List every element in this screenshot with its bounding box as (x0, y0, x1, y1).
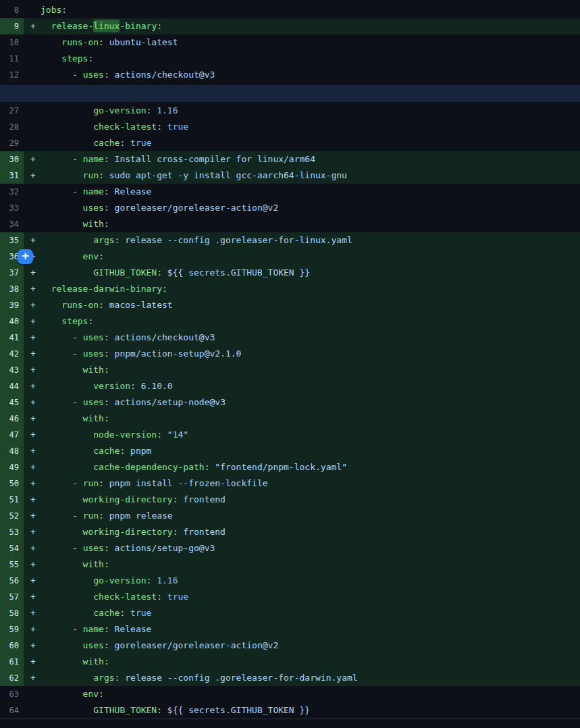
line-number[interactable]: 49 (0, 459, 24, 475)
line-number[interactable]: 30 (0, 151, 24, 167)
line-number[interactable]: 55 (0, 556, 24, 573)
code-token: : (104, 559, 109, 569)
line-number[interactable]: 56 (0, 573, 24, 589)
line-number[interactable]: 37 (0, 265, 24, 281)
line-number[interactable]: 29 (0, 135, 24, 151)
line-number[interactable]: 42 (0, 346, 24, 362)
code-token: uses (83, 397, 104, 407)
line-number[interactable]: 40 (0, 313, 24, 330)
code-token: cache (41, 138, 120, 148)
code-token: true (125, 138, 151, 148)
code-token: actions/setup-node@v3 (109, 397, 226, 407)
diff-marker: + (24, 475, 41, 492)
diff-line-62: 62+ args: release --config .goreleaser-f… (0, 670, 580, 686)
line-number[interactable]: 10 (0, 34, 24, 51)
line-number[interactable]: 47 (0, 427, 24, 443)
line-number[interactable]: 9 (0, 18, 24, 34)
line-number[interactable]: 48 (0, 443, 24, 459)
code-token: : (104, 186, 109, 197)
code-token: GITHUB_TOKEN (41, 705, 157, 715)
diff-marker: + (24, 394, 41, 411)
line-number[interactable]: 51 (0, 492, 24, 508)
code-token: name (83, 624, 104, 634)
code-line: working-directory: frontend (41, 524, 226, 540)
diff-line-60: 60+ uses: goreleaser/goreleaser-action@v… (0, 638, 580, 654)
line-number[interactable]: 38 (0, 281, 24, 297)
diff-line-50: 50+ - run: pnpm install --frozen-lockfil… (0, 475, 580, 492)
line-number[interactable]: 60 (0, 638, 24, 654)
line-number[interactable]: 57 (0, 589, 24, 605)
line-number[interactable]: 44 (0, 378, 24, 394)
code-token: with (41, 219, 104, 229)
code-token: frontend (178, 494, 226, 504)
line-number[interactable]: 32 (0, 184, 24, 200)
line-number[interactable]: 62 (0, 670, 24, 686)
line-number[interactable]: 31 (0, 167, 24, 184)
diff-line-12: 12 - uses: actions/checkout@v3 (0, 67, 580, 83)
line-number[interactable]: 41 (0, 330, 24, 346)
code-token: : (99, 478, 104, 488)
line-number[interactable]: 28 (0, 119, 24, 135)
code-token: true (162, 122, 188, 132)
code-token: : (157, 267, 162, 278)
code-line: with: (41, 556, 109, 573)
diff-line-63: 63 env: (0, 686, 580, 702)
diff-marker: + (24, 330, 41, 346)
diff-line-58: 58+ cache: true (0, 605, 580, 621)
code-token: with (41, 559, 104, 569)
code-token: env (41, 251, 99, 261)
code-token: : (104, 656, 109, 667)
code-line: env: (41, 249, 104, 265)
expand-hidden-lines-band[interactable] (0, 85, 580, 102)
line-number[interactable]: 12 (0, 67, 24, 83)
code-token: : (88, 316, 93, 326)
line-number[interactable]: 34 (0, 216, 24, 232)
line-number[interactable]: 8 (0, 2, 24, 18)
diff-line-28: 28 check-latest: true (0, 119, 580, 135)
code-token: : (104, 624, 109, 634)
code-token: : (104, 640, 109, 650)
line-number[interactable]: 53 (0, 524, 24, 540)
line-number[interactable]: 33 (0, 200, 24, 216)
line-number[interactable]: 11 (0, 51, 24, 67)
code-token: check-latest (41, 122, 157, 132)
line-number[interactable]: 35 (0, 232, 24, 249)
diff-marker: + (24, 313, 41, 330)
code-line: runs-on: macos-latest (41, 297, 173, 313)
code-line: cache: true (41, 605, 151, 621)
code-token: with (41, 656, 104, 667)
line-number[interactable]: 64 (0, 702, 24, 719)
code-token: pnpm release (104, 511, 173, 521)
add-comment-button[interactable]: + (18, 249, 33, 264)
line-number[interactable]: 63 (0, 686, 24, 702)
line-number[interactable]: 58 (0, 605, 24, 621)
line-number[interactable]: 59 (0, 621, 24, 638)
code-token: release --config .goreleaser-for-darwin.… (120, 673, 357, 683)
diff-line-29: 29 cache: true (0, 135, 580, 151)
diff-marker (24, 135, 41, 151)
code-line: cache: true (41, 135, 151, 151)
diff-marker: + (24, 427, 41, 443)
code-token: : (61, 5, 67, 15)
diff-line-49: 49+ cache-dependency-path: "frontend/pnp… (0, 459, 580, 475)
line-number[interactable]: 45 (0, 394, 24, 411)
code-line: working-directory: frontend (41, 492, 226, 508)
code-token: runs-on (41, 37, 99, 47)
code-line: with: (41, 362, 109, 378)
line-number[interactable]: 52 (0, 508, 24, 524)
diff-marker: + (24, 443, 41, 459)
line-number[interactable]: 46 (0, 411, 24, 427)
line-number[interactable]: 50 (0, 475, 24, 492)
line-number[interactable]: 27 (0, 103, 24, 119)
diff-marker (24, 216, 41, 232)
line-number[interactable]: 54 (0, 540, 24, 556)
code-line: - uses: actions/setup-node@v3 (41, 394, 226, 411)
line-number[interactable]: 61 (0, 654, 24, 670)
diff-view: 8jobs:9+ release-linux-binary:10 runs-on… (0, 0, 580, 728)
code-token: : (104, 413, 109, 423)
diff-marker: + (24, 281, 41, 297)
code-line: - name: Release (41, 184, 151, 200)
line-number[interactable]: 39 (0, 297, 24, 313)
code-token: cache (41, 608, 120, 618)
line-number[interactable]: 43 (0, 362, 24, 378)
